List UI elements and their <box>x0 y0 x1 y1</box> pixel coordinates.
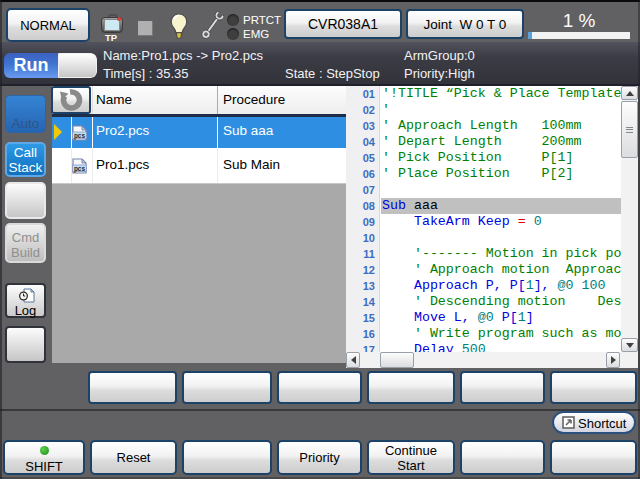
svg-text:pcs: pcs <box>74 165 86 173</box>
svg-text:pcs: pcs <box>74 132 86 140</box>
